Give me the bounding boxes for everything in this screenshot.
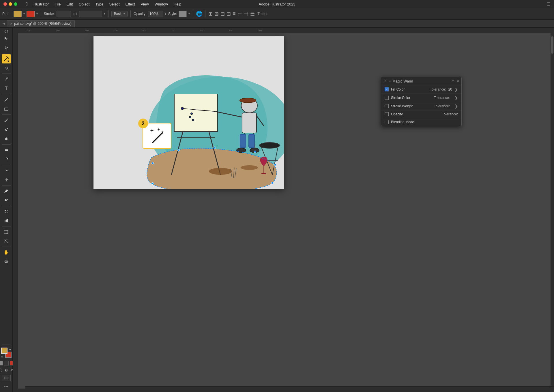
menu-view[interactable]: View	[138, 1, 152, 7]
column-graph-tool-btn[interactable]	[2, 216, 11, 225]
opacity-input[interactable]	[148, 11, 162, 17]
blend-tool-btn[interactable]	[2, 196, 11, 205]
direct-select-tool-btn[interactable]	[2, 43, 11, 52]
slice-tool-btn[interactable]	[2, 237, 11, 246]
minimize-button[interactable]	[9, 2, 12, 6]
close-button[interactable]	[3, 2, 7, 6]
menu-select[interactable]: Select	[106, 1, 122, 7]
zoom-tool-icon	[4, 259, 9, 264]
rect-tool-btn[interactable]	[2, 104, 11, 114]
panel-expand-icon[interactable]: ⧉	[457, 79, 459, 83]
fill-color-chevron[interactable]: ❯	[454, 87, 458, 92]
fg-color-swatch[interactable]	[1, 348, 8, 354]
stroke-weight-chevron[interactable]: ❯	[454, 104, 458, 108]
width-tool-btn[interactable]	[2, 175, 11, 184]
panel-title: Magic Wand	[392, 79, 450, 83]
tab-close-icon[interactable]: ✕	[10, 22, 12, 25]
apple-menu[interactable]: 	[23, 1, 31, 7]
lasso-tool-btn[interactable]	[2, 63, 11, 73]
artboard-tool-btn[interactable]	[2, 227, 11, 237]
pen-tool-btn[interactable]	[2, 75, 11, 84]
panel-menu-icon[interactable]: ≡	[452, 79, 454, 83]
document-tab[interactable]: ✕ painter.svg* @ 200 % (RGB/Preview)	[7, 20, 75, 27]
blob-brush-tool-btn[interactable]	[2, 134, 11, 143]
transform-label[interactable]: Transf	[258, 12, 267, 16]
line-tool-btn[interactable]	[2, 95, 11, 104]
arrange-icon-8[interactable]: ☰	[250, 11, 255, 17]
panel-close-btn[interactable]: ✕	[383, 79, 388, 83]
menu-type[interactable]: Type	[92, 1, 106, 7]
swap-colors-icon[interactable]: ⇄	[9, 348, 12, 350]
symbol-tool-btn[interactable]	[2, 207, 11, 216]
fill-mode-btn[interactable]: ◯	[0, 368, 3, 372]
gray-swatch[interactable]	[0, 361, 3, 365]
menu-bar:  Illustrator File Edit Object Type Sele…	[23, 1, 184, 7]
hand-tool-btn[interactable]: ✋	[2, 248, 11, 257]
svg-marker-13	[7, 158, 8, 160]
menu-help[interactable]: Help	[171, 1, 184, 7]
warp-tool-btn[interactable]	[2, 166, 11, 175]
stroke-color-checkbox[interactable]	[385, 96, 389, 100]
arrange-icon-5[interactable]: ≡	[233, 11, 236, 17]
toolbar-expand-icon[interactable]: ❮❮	[4, 29, 9, 33]
pencil-tool-btn[interactable]	[2, 125, 11, 134]
svg-point-76	[237, 148, 246, 153]
toolbar-divider-2	[2, 74, 11, 74]
toolbar-divider-10	[2, 247, 11, 247]
tab-filename: painter.svg* @ 200 % (RGB/Preview)	[14, 22, 72, 26]
stroke-style-selector[interactable]: Basic ▾	[111, 11, 128, 17]
dark-swatch[interactable]	[4, 361, 9, 365]
svg-point-93	[274, 164, 276, 166]
scrollbar-right-thumb[interactable]	[551, 36, 553, 54]
toolbar-divider-8	[2, 206, 11, 206]
magic-wand-tool-btn[interactable]: ✦ ✦ ✦ 1	[2, 54, 11, 63]
paintbrush-tool-btn[interactable]	[2, 116, 11, 125]
menu-effect[interactable]: Effect	[123, 1, 138, 7]
menu-edit[interactable]: Edit	[63, 1, 76, 7]
arrange-icon-7[interactable]: ⊣	[244, 11, 248, 17]
svg-text:700: 700	[171, 29, 175, 32]
blending-mode-checkbox[interactable]	[385, 120, 389, 124]
arrange-icon-1[interactable]: ⊞	[208, 11, 213, 17]
rotate-tool-btn[interactable]	[2, 155, 11, 164]
toolbar-divider-4	[2, 115, 11, 115]
menu-illustrator[interactable]: Illustrator	[31, 1, 52, 7]
menu-file[interactable]: File	[52, 1, 63, 7]
style-swatch[interactable]	[179, 11, 187, 17]
stroke-color-swatch[interactable]	[27, 11, 35, 17]
menu-object[interactable]: Object	[76, 1, 93, 7]
svg-rect-21	[5, 212, 6, 213]
svg-rect-26	[5, 230, 8, 233]
stroke-color-label: Stroke Color	[391, 96, 432, 100]
maximize-button[interactable]	[14, 2, 17, 6]
arrange-icon-3[interactable]: ⊟	[220, 11, 225, 17]
svg-text:600: 600	[143, 29, 147, 32]
eyedropper-tool-btn[interactable]	[2, 186, 11, 196]
stroke-value-input[interactable]	[57, 11, 71, 17]
opacity-checkbox[interactable]	[385, 112, 389, 116]
selection-tool-btn[interactable]	[2, 34, 11, 43]
type-tool-btn[interactable]: T	[2, 84, 11, 93]
globe-icon[interactable]: 🌐	[196, 11, 202, 17]
scrollbar-right[interactable]	[551, 28, 554, 392]
more-tools-btn[interactable]: •••	[4, 384, 8, 389]
eraser-tool-btn[interactable]	[2, 145, 11, 155]
arrange-icon-4[interactable]: ⊡	[227, 11, 231, 17]
layers-icon[interactable]	[2, 375, 11, 381]
menu-window[interactable]: Window	[152, 1, 171, 7]
zoom-tool-btn[interactable]	[2, 257, 11, 266]
default-colors-icon[interactable]: ⊞	[1, 355, 3, 358]
tab-arrow-left[interactable]: ◀	[1, 22, 7, 25]
svg-line-15	[4, 192, 5, 193]
painter-illustration	[93, 36, 284, 189]
arrange-icon-2[interactable]: ⊠	[214, 11, 219, 17]
title-bar-right: ☰	[547, 2, 554, 6]
stroke-weight-checkbox[interactable]	[385, 104, 389, 108]
arrange-icon-6[interactable]: ⊢	[237, 11, 242, 17]
fill-color-swatch[interactable]	[14, 11, 22, 17]
fill-color-checkbox[interactable]	[385, 87, 389, 91]
gradient-mode-btn[interactable]: ◐	[4, 368, 9, 372]
stroke-color-chevron[interactable]: ❯	[454, 95, 458, 100]
blob-brush-tool-icon	[4, 136, 9, 141]
stroke-weight-input[interactable]	[79, 11, 102, 17]
